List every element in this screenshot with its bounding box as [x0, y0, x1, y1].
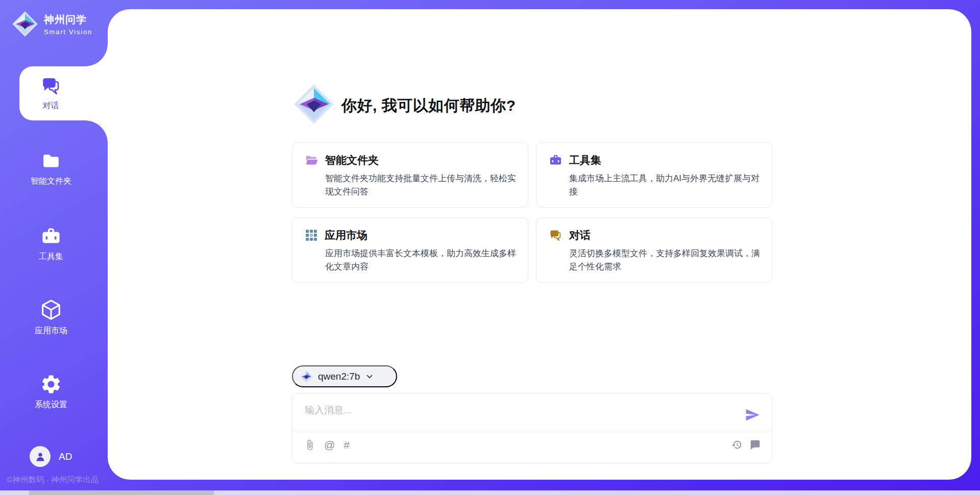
copyright-text: ©神州数码 · 神州问学出品 — [7, 475, 99, 485]
card-smart-folder[interactable]: 智能文件夹 智能文件夹功能支持批量文件上传与清洗，轻松实现文件问答 — [292, 142, 528, 208]
message-composer: @ # — [292, 393, 772, 463]
comment-icon[interactable] — [750, 439, 761, 450]
card-title: 智能文件夹 — [325, 153, 379, 167]
person-icon — [34, 451, 46, 463]
paperclip-icon[interactable] — [304, 439, 315, 451]
app-logo-diamond-icon — [292, 83, 335, 126]
card-title: 应用市场 — [325, 228, 368, 242]
message-input[interactable] — [305, 404, 733, 429]
history-icon[interactable] — [731, 439, 742, 450]
hash-icon[interactable]: # — [344, 439, 350, 451]
active-tab-fillet-bottom — [85, 120, 108, 143]
chat-bubbles-icon — [40, 76, 62, 97]
sidebar-item-label: 应用市场 — [35, 326, 67, 336]
card-title: 工具集 — [569, 153, 601, 167]
briefcase-icon — [40, 226, 62, 247]
composer-divider — [292, 432, 772, 432]
card-title: 对话 — [569, 228, 591, 242]
folder-open-icon — [305, 154, 318, 167]
sidebar-item-label: 工具集 — [39, 252, 63, 262]
sidebar: 神州问学 Smart Vision 对话 智能文件夹 工具集 应用市场 — [0, 0, 108, 495]
card-description: 智能文件夹功能支持批量文件上传与清洗，轻松实现文件问答 — [325, 172, 518, 198]
sidebar-item-label: 对话 — [43, 101, 59, 111]
grid-icon — [305, 229, 318, 242]
horizontal-scrollbar[interactable] — [0, 490, 980, 495]
avatar — [30, 446, 51, 467]
sidebar-item-label: 系统设置 — [35, 400, 67, 410]
card-description: 集成市场上主流工具，助力AI与外界无缝扩展与对接 — [569, 172, 762, 198]
model-name: qwen2:7b — [318, 371, 360, 382]
greeting-title: 你好, 我可以如何帮助你? — [341, 95, 516, 116]
sidebar-item-toolset[interactable]: 工具集 — [0, 226, 102, 262]
feature-cards: 智能文件夹 智能文件夹功能支持批量文件上传与清洗，轻松实现文件问答 工具集 集成… — [292, 142, 772, 283]
user-account[interactable]: AD — [30, 446, 72, 467]
sidebar-item-settings[interactable]: 系统设置 — [0, 373, 102, 410]
brand-subtitle: Smart Vision — [44, 28, 92, 36]
briefcase-icon — [549, 154, 562, 167]
brand-diamond-icon — [11, 10, 39, 38]
gear-icon — [40, 373, 62, 395]
main-panel: 你好, 我可以如何帮助你? 智能文件夹 智能文件夹功能支持批量文件上传与清洗，轻… — [108, 9, 971, 480]
mention-icon[interactable]: @ — [324, 439, 335, 451]
send-icon[interactable] — [745, 407, 761, 423]
diamond-logo-icon — [300, 370, 313, 383]
scrollbar-thumb[interactable] — [29, 490, 214, 495]
chat-bubbles-icon — [549, 229, 562, 242]
card-description: 灵活切换多模型文件，支持多样回复效果调试，满足个性化需求 — [569, 247, 762, 273]
model-selector[interactable]: qwen2:7b — [292, 365, 397, 387]
chevron-down-icon — [365, 372, 374, 381]
sidebar-item-smart-folder[interactable]: 智能文件夹 — [0, 151, 102, 187]
card-toolset[interactable]: 工具集 集成市场上主流工具，助力AI与外界无缝扩展与对接 — [536, 142, 772, 208]
card-description: 应用市场提供丰富长文本模板，助力高效生成多样化文章内容 — [325, 247, 518, 273]
sidebar-item-chat[interactable]: 对话 — [19, 66, 108, 120]
user-initials: AD — [59, 451, 72, 462]
sidebar-item-label: 智能文件夹 — [31, 176, 71, 187]
cube-icon — [39, 298, 63, 321]
active-tab-fillet-top — [85, 44, 108, 66]
card-chat[interactable]: 对话 灵活切换多模型文件，支持多样回复效果调试，满足个性化需求 — [536, 217, 772, 283]
folder-icon — [40, 151, 62, 172]
sidebar-item-app-market[interactable]: 应用市场 — [0, 298, 102, 336]
card-app-market[interactable]: 应用市场 应用市场提供丰富长文本模板，助力高效生成多样化文章内容 — [292, 217, 528, 283]
brand-name: 神州问学 — [44, 13, 92, 27]
brand: 神州问学 Smart Vision — [11, 10, 92, 38]
